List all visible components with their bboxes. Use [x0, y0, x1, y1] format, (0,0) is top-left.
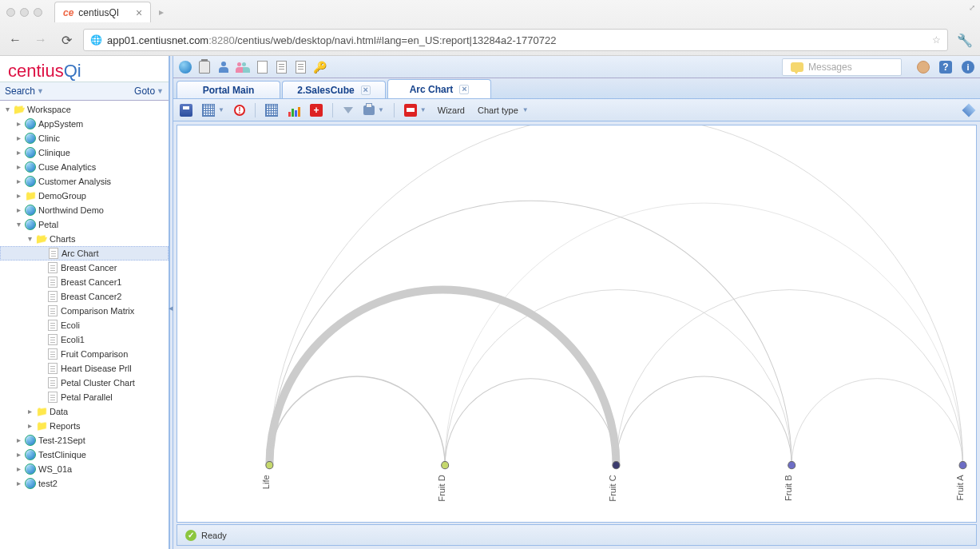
- forward-button[interactable]: →: [32, 31, 50, 49]
- arc-link[interactable]: [269, 376, 445, 465]
- messages-box[interactable]: Messages: [782, 58, 902, 76]
- tree-node[interactable]: Breast Cancer2: [0, 289, 169, 304]
- chart-canvas[interactable]: LifeFruit DFruit CFruit BFruit A: [177, 125, 977, 523]
- arc-link[interactable]: [269, 201, 792, 465]
- tree-toggle-icon[interactable]: [2, 105, 13, 113]
- users-icon[interactable]: [236, 60, 250, 74]
- add-button[interactable]: [308, 102, 324, 118]
- arc-link[interactable]: [445, 379, 616, 465]
- tree-node[interactable]: Test-21Sept: [0, 433, 169, 448]
- user-icon[interactable]: [216, 60, 231, 74]
- tree-node[interactable]: TestClinique: [0, 448, 169, 462]
- tree-node[interactable]: Reports: [0, 419, 169, 433]
- tree-node[interactable]: Petal Cluster Chart: [0, 376, 169, 390]
- arc-node[interactable]: [788, 462, 796, 469]
- document-tab[interactable]: Portal Main: [177, 81, 280, 98]
- tree-toggle-icon[interactable]: [13, 120, 24, 128]
- tree-toggle-icon[interactable]: [13, 221, 24, 229]
- document-icon[interactable]: [255, 60, 269, 74]
- arc-node[interactable]: [442, 462, 449, 469]
- tree-node[interactable]: Fruit Comparison: [0, 347, 169, 361]
- tree-node[interactable]: Petal Parallel: [0, 390, 169, 404]
- tree-node[interactable]: Data: [0, 404, 169, 419]
- window-expand-icon[interactable]: ⤢: [969, 3, 975, 12]
- arc-node[interactable]: [266, 462, 273, 469]
- info-icon[interactable]: i: [961, 60, 975, 74]
- tree-node[interactable]: Petal: [0, 217, 169, 232]
- tree-node[interactable]: Heart Disease Prll: [0, 361, 169, 376]
- arc-link[interactable]: [792, 379, 962, 465]
- tree-toggle-icon[interactable]: [13, 436, 24, 444]
- toolbox-button[interactable]: ▼: [403, 102, 428, 118]
- settings-icon[interactable]: [962, 104, 975, 117]
- search-link[interactable]: Search: [5, 86, 35, 97]
- arc-link[interactable]: [269, 125, 962, 465]
- browser-tab[interactable]: ce centiusQI ×: [54, 2, 151, 22]
- tree-node[interactable]: WS_01a: [0, 462, 169, 476]
- tree-node[interactable]: DemoGroup: [0, 189, 169, 203]
- tree-node[interactable]: Clinique: [0, 145, 169, 160]
- tree-node[interactable]: Northwind Demo: [0, 203, 169, 217]
- arc-link[interactable]: [616, 376, 792, 465]
- tree-node[interactable]: Customer Analysis: [0, 174, 169, 189]
- close-tab-icon[interactable]: ×: [136, 6, 142, 19]
- tree-node[interactable]: Comparison Matrix: [0, 304, 169, 318]
- tree-node[interactable]: Ecoli1: [0, 332, 169, 347]
- tree-toggle-icon[interactable]: [13, 451, 24, 459]
- tree-toggle-icon[interactable]: [13, 149, 24, 157]
- tree-toggle-icon[interactable]: [13, 206, 24, 214]
- arc-link[interactable]: [445, 203, 962, 465]
- tree-node[interactable]: Breast Cancer1: [0, 275, 169, 289]
- browser-menu-icon[interactable]: 🔧: [956, 33, 974, 48]
- maximize-window-icon[interactable]: [34, 8, 42, 17]
- splitter-handle[interactable]: [169, 56, 173, 549]
- arc-link[interactable]: [269, 289, 616, 465]
- tree-toggle-icon[interactable]: [24, 422, 35, 430]
- chart-view-button[interactable]: [286, 102, 302, 118]
- close-tab-icon[interactable]: ×: [459, 85, 469, 94]
- alert-button[interactable]: !: [232, 103, 247, 117]
- tree-node[interactable]: Ecoli: [0, 318, 169, 332]
- tree-toggle-icon[interactable]: [24, 235, 35, 243]
- tree-node[interactable]: Charts: [0, 232, 169, 246]
- list-icon[interactable]: [293, 60, 307, 74]
- tree-toggle-icon[interactable]: [13, 177, 24, 185]
- close-window-icon[interactable]: [6, 8, 15, 17]
- help-icon[interactable]: ?: [938, 60, 953, 74]
- key-icon[interactable]: 🔑: [312, 60, 327, 74]
- tree-node[interactable]: Arc Chart: [0, 246, 169, 261]
- wizard-button[interactable]: Wizard: [434, 104, 468, 117]
- tree-node[interactable]: test2: [0, 476, 169, 491]
- filter-button[interactable]: [341, 103, 355, 117]
- tree-toggle-icon[interactable]: [13, 479, 24, 487]
- tree-toggle-icon[interactable]: [13, 134, 24, 142]
- close-tab-icon[interactable]: ×: [361, 86, 371, 95]
- tree-toggle-icon[interactable]: [13, 192, 24, 200]
- tree-toggle-icon[interactable]: [24, 408, 35, 416]
- print-button[interactable]: ▼: [362, 104, 386, 117]
- report-icon[interactable]: [274, 60, 288, 74]
- arc-node[interactable]: [613, 462, 620, 469]
- minimize-window-icon[interactable]: [20, 8, 29, 17]
- arc-node[interactable]: [959, 462, 966, 469]
- tree-node[interactable]: Cuse Analytics: [0, 160, 169, 174]
- tree-toggle-icon[interactable]: [13, 465, 24, 473]
- chart-type-button[interactable]: Chart type▼: [474, 104, 532, 117]
- workspace-tree[interactable]: WorkspaceAppSystemClinicCliniqueCuse Ana…: [0, 101, 169, 549]
- table-view-button[interactable]: [264, 102, 280, 118]
- trash-icon[interactable]: [197, 60, 212, 74]
- back-button[interactable]: ←: [6, 31, 24, 49]
- bookmark-icon[interactable]: ☆: [932, 34, 941, 46]
- tree-toggle-icon[interactable]: [13, 163, 24, 171]
- tree-node[interactable]: Workspace: [0, 102, 169, 117]
- document-tab[interactable]: Arc Chart×: [387, 79, 491, 98]
- document-tab[interactable]: 2.SalesCube×: [282, 81, 386, 98]
- tree-node[interactable]: AppSystem: [0, 117, 169, 131]
- reload-button[interactable]: ⟳: [58, 31, 75, 49]
- save-button[interactable]: [178, 102, 194, 118]
- tree-node[interactable]: Breast Cancer: [0, 261, 169, 275]
- home-icon[interactable]: [178, 60, 192, 74]
- window-controls[interactable]: [6, 8, 42, 17]
- goto-link[interactable]: Goto: [134, 86, 155, 97]
- profile-icon[interactable]: [916, 60, 930, 74]
